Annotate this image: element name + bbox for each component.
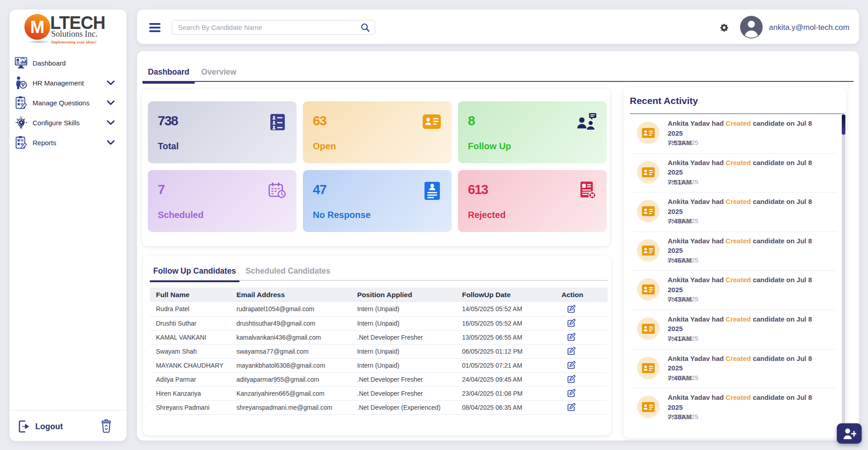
menu-reports[interactable]: Reports	[9, 133, 127, 152]
menu-dashboard[interactable]: Dashboard	[9, 53, 127, 73]
tab-followup-candidates[interactable]: Follow Up Candidates	[150, 256, 240, 281]
page-tabs: Dashboard Overview	[142, 51, 854, 82]
activity-item: Ankita Yadav had Created candidate on Ju…	[623, 310, 840, 350]
add-candidate-fab[interactable]	[837, 423, 862, 444]
menu-hr-management[interactable]: HR Management	[9, 73, 127, 93]
candidates-panel: Follow Up Candidates Scheduled Candidate…	[143, 256, 611, 435]
stats-panel: 738Total 63Open 8Follow Up 7Scheduled 47…	[142, 89, 610, 246]
sidebar-menu: Dashboard HR Management Manage Questions…	[9, 53, 127, 152]
sidebar: M LTECH Solutions Inc. Implementing your…	[9, 9, 127, 441]
main-content: Dashboard Overview 738Total 63Open 8Foll…	[137, 51, 859, 441]
followup-table: Full NameEmail AddressPosition AppliedFo…	[150, 288, 608, 415]
logo: M LTECH Solutions Inc. Implementing your…	[9, 12, 127, 50]
user-avatar	[740, 16, 763, 38]
activity-item: Ankita Yadav had Created candidate on Ju…	[623, 388, 840, 428]
stat-scheduled: 7Scheduled	[148, 170, 297, 232]
recent-activity: Recent Activity Ankita Yadav had Created…	[623, 87, 846, 438]
stat-followup: 8Follow Up	[458, 101, 607, 163]
tab-dashboard[interactable]: Dashboard	[142, 51, 195, 82]
menu-manage-questions[interactable]: Manage Questions	[9, 93, 127, 113]
activity-item: Ankita Yadav had Created candidate on Ju…	[623, 114, 840, 154]
activity-item: Ankita Yadav had Created candidate on Ju…	[623, 193, 840, 232]
stat-total: 738Total	[148, 101, 297, 163]
tab-overview[interactable]: Overview	[195, 51, 243, 82]
activity-item: Ankita Yadav had Created candidate on Ju…	[623, 271, 840, 310]
stat-rejected: 613Rejected	[458, 170, 607, 232]
activity-item: Ankita Yadav had Created candidate on Ju…	[623, 154, 840, 193]
menu-toggle[interactable]	[149, 23, 160, 33]
tab-scheduled-candidates[interactable]: Scheduled Candidates	[240, 256, 336, 281]
logout[interactable]: Logout	[9, 417, 127, 439]
stat-open: 63Open	[303, 101, 452, 163]
candidate-tabs: Follow Up Candidates Scheduled Candidate…	[150, 256, 608, 281]
activity-list: Ankita Yadav had Created candidate on Ju…	[623, 114, 840, 428]
settings[interactable]	[720, 24, 728, 32]
stat-noresponse: 47No Response	[303, 170, 452, 232]
activity-item: Ankita Yadav had Created candidate on Ju…	[623, 232, 840, 271]
menu-configure-skills[interactable]: Configure Skills	[9, 113, 127, 133]
user-email: ankita.y@mol-tech.com	[769, 23, 849, 32]
topbar: ankita.y@mol-tech.com	[137, 9, 859, 44]
search	[172, 20, 375, 35]
activity-item: Ankita Yadav had Created candidate on Ju…	[623, 350, 840, 389]
